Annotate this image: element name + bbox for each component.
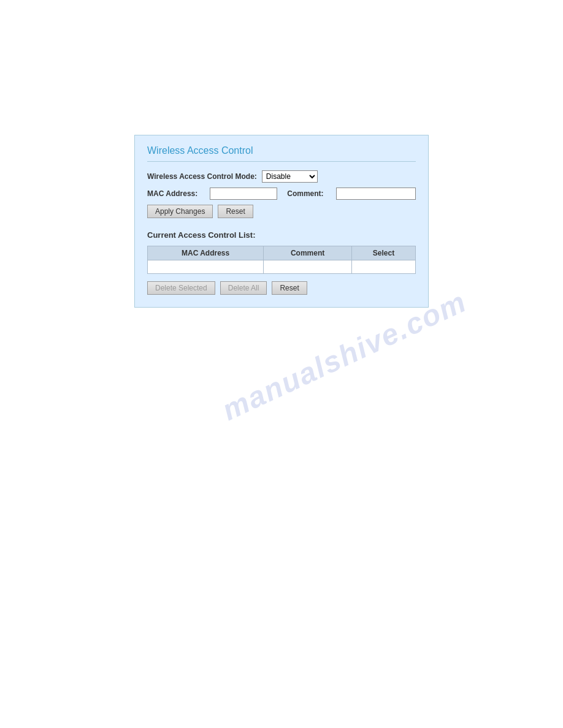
table-header-row: MAC Address Comment Select xyxy=(148,246,416,260)
apply-reset-row: Apply Changes Reset xyxy=(147,205,416,218)
col-comment: Comment xyxy=(264,246,352,260)
mac-label: MAC Address: xyxy=(147,189,197,198)
empty-mac-cell xyxy=(148,260,264,274)
delete-selected-button[interactable]: Delete Selected xyxy=(147,281,215,295)
reset2-button[interactable]: Reset xyxy=(272,281,307,295)
access-control-table: MAC Address Comment Select xyxy=(147,246,416,274)
table-empty-row xyxy=(148,260,416,274)
wireless-access-control-panel: Wireless Access Control Wireless Access … xyxy=(134,135,429,308)
col-mac-address: MAC Address xyxy=(148,246,264,260)
mode-select[interactable]: Disable Allow Listed Deny Listed xyxy=(262,170,318,183)
panel-title: Wireless Access Control xyxy=(147,145,416,162)
apply-changes-button[interactable]: Apply Changes xyxy=(147,205,213,218)
section-title: Current Access Control List: xyxy=(147,230,416,240)
empty-comment-cell xyxy=(264,260,352,274)
mac-input[interactable] xyxy=(210,188,277,200)
comment-label: Comment: xyxy=(287,189,323,198)
empty-select-cell xyxy=(351,260,415,274)
bottom-button-row: Delete Selected Delete All Reset xyxy=(147,281,416,295)
page-container: Wireless Access Control Wireless Access … xyxy=(0,0,563,728)
table-body xyxy=(148,260,416,274)
mac-comment-row: MAC Address: Comment: xyxy=(147,188,416,200)
comment-input[interactable] xyxy=(336,188,416,200)
reset-button[interactable]: Reset xyxy=(218,205,253,218)
col-select: Select xyxy=(351,246,415,260)
delete-all-button[interactable]: Delete All xyxy=(220,281,267,295)
mode-row: Wireless Access Control Mode: Disable Al… xyxy=(147,170,416,183)
mode-label: Wireless Access Control Mode: xyxy=(147,172,257,181)
